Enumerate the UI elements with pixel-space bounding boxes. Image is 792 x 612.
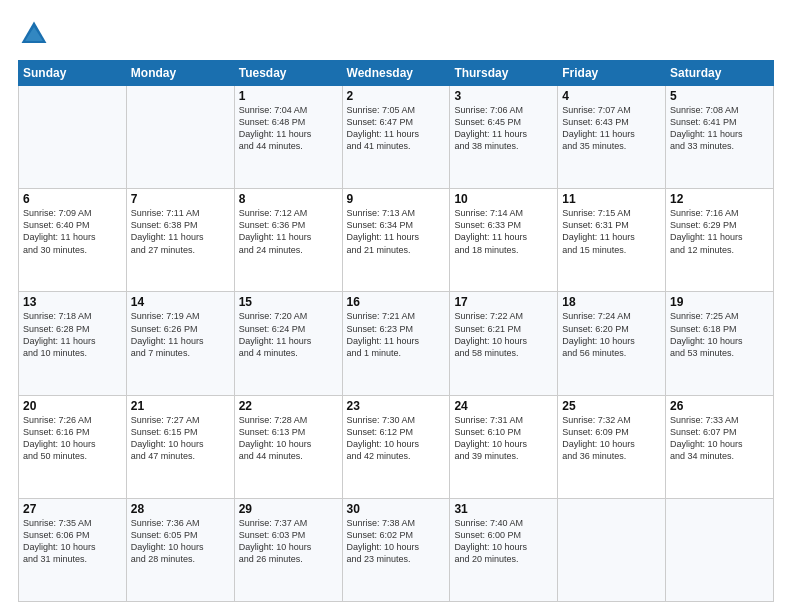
cell-content: Sunrise: 7:28 AM Sunset: 6:13 PM Dayligh… [239,414,338,463]
calendar-cell: 29Sunrise: 7:37 AM Sunset: 6:03 PM Dayli… [234,498,342,601]
cell-content: Sunrise: 7:04 AM Sunset: 6:48 PM Dayligh… [239,104,338,153]
day-number: 29 [239,502,338,516]
cell-content: Sunrise: 7:14 AM Sunset: 6:33 PM Dayligh… [454,207,553,256]
cell-content: Sunrise: 7:06 AM Sunset: 6:45 PM Dayligh… [454,104,553,153]
day-number: 12 [670,192,769,206]
cell-content: Sunrise: 7:33 AM Sunset: 6:07 PM Dayligh… [670,414,769,463]
cell-content: Sunrise: 7:36 AM Sunset: 6:05 PM Dayligh… [131,517,230,566]
calendar-cell: 2Sunrise: 7:05 AM Sunset: 6:47 PM Daylig… [342,86,450,189]
weekday-header-friday: Friday [558,61,666,86]
day-number: 6 [23,192,122,206]
day-number: 18 [562,295,661,309]
cell-content: Sunrise: 7:12 AM Sunset: 6:36 PM Dayligh… [239,207,338,256]
calendar-cell: 3Sunrise: 7:06 AM Sunset: 6:45 PM Daylig… [450,86,558,189]
cell-content: Sunrise: 7:40 AM Sunset: 6:00 PM Dayligh… [454,517,553,566]
cell-content: Sunrise: 7:09 AM Sunset: 6:40 PM Dayligh… [23,207,122,256]
cell-content: Sunrise: 7:21 AM Sunset: 6:23 PM Dayligh… [347,310,446,359]
day-number: 26 [670,399,769,413]
header [18,18,774,50]
weekday-header-thursday: Thursday [450,61,558,86]
cell-content: Sunrise: 7:25 AM Sunset: 6:18 PM Dayligh… [670,310,769,359]
calendar-cell: 28Sunrise: 7:36 AM Sunset: 6:05 PM Dayli… [126,498,234,601]
logo-icon [18,18,50,50]
day-number: 23 [347,399,446,413]
day-number: 11 [562,192,661,206]
calendar-cell: 26Sunrise: 7:33 AM Sunset: 6:07 PM Dayli… [666,395,774,498]
calendar-cell: 18Sunrise: 7:24 AM Sunset: 6:20 PM Dayli… [558,292,666,395]
calendar-cell: 19Sunrise: 7:25 AM Sunset: 6:18 PM Dayli… [666,292,774,395]
page: SundayMondayTuesdayWednesdayThursdayFrid… [0,0,792,612]
calendar-cell: 8Sunrise: 7:12 AM Sunset: 6:36 PM Daylig… [234,189,342,292]
calendar-cell: 10Sunrise: 7:14 AM Sunset: 6:33 PM Dayli… [450,189,558,292]
calendar-cell: 14Sunrise: 7:19 AM Sunset: 6:26 PM Dayli… [126,292,234,395]
week-row-1: 1Sunrise: 7:04 AM Sunset: 6:48 PM Daylig… [19,86,774,189]
day-number: 9 [347,192,446,206]
calendar-cell: 15Sunrise: 7:20 AM Sunset: 6:24 PM Dayli… [234,292,342,395]
day-number: 30 [347,502,446,516]
day-number: 3 [454,89,553,103]
day-number: 25 [562,399,661,413]
cell-content: Sunrise: 7:22 AM Sunset: 6:21 PM Dayligh… [454,310,553,359]
day-number: 15 [239,295,338,309]
cell-content: Sunrise: 7:08 AM Sunset: 6:41 PM Dayligh… [670,104,769,153]
calendar-cell [126,86,234,189]
day-number: 8 [239,192,338,206]
calendar-cell [19,86,127,189]
weekday-header-tuesday: Tuesday [234,61,342,86]
day-number: 10 [454,192,553,206]
weekday-row: SundayMondayTuesdayWednesdayThursdayFrid… [19,61,774,86]
calendar-header: SundayMondayTuesdayWednesdayThursdayFrid… [19,61,774,86]
cell-content: Sunrise: 7:30 AM Sunset: 6:12 PM Dayligh… [347,414,446,463]
cell-content: Sunrise: 7:15 AM Sunset: 6:31 PM Dayligh… [562,207,661,256]
calendar-cell: 27Sunrise: 7:35 AM Sunset: 6:06 PM Dayli… [19,498,127,601]
calendar-cell: 11Sunrise: 7:15 AM Sunset: 6:31 PM Dayli… [558,189,666,292]
day-number: 16 [347,295,446,309]
day-number: 4 [562,89,661,103]
cell-content: Sunrise: 7:37 AM Sunset: 6:03 PM Dayligh… [239,517,338,566]
calendar-cell: 20Sunrise: 7:26 AM Sunset: 6:16 PM Dayli… [19,395,127,498]
day-number: 21 [131,399,230,413]
cell-content: Sunrise: 7:20 AM Sunset: 6:24 PM Dayligh… [239,310,338,359]
calendar-cell: 6Sunrise: 7:09 AM Sunset: 6:40 PM Daylig… [19,189,127,292]
cell-content: Sunrise: 7:24 AM Sunset: 6:20 PM Dayligh… [562,310,661,359]
week-row-3: 13Sunrise: 7:18 AM Sunset: 6:28 PM Dayli… [19,292,774,395]
day-number: 24 [454,399,553,413]
calendar-cell: 25Sunrise: 7:32 AM Sunset: 6:09 PM Dayli… [558,395,666,498]
cell-content: Sunrise: 7:38 AM Sunset: 6:02 PM Dayligh… [347,517,446,566]
cell-content: Sunrise: 7:32 AM Sunset: 6:09 PM Dayligh… [562,414,661,463]
calendar-cell: 7Sunrise: 7:11 AM Sunset: 6:38 PM Daylig… [126,189,234,292]
week-row-4: 20Sunrise: 7:26 AM Sunset: 6:16 PM Dayli… [19,395,774,498]
cell-content: Sunrise: 7:18 AM Sunset: 6:28 PM Dayligh… [23,310,122,359]
cell-content: Sunrise: 7:13 AM Sunset: 6:34 PM Dayligh… [347,207,446,256]
calendar-cell: 5Sunrise: 7:08 AM Sunset: 6:41 PM Daylig… [666,86,774,189]
weekday-header-wednesday: Wednesday [342,61,450,86]
calendar-cell [666,498,774,601]
day-number: 27 [23,502,122,516]
day-number: 31 [454,502,553,516]
cell-content: Sunrise: 7:07 AM Sunset: 6:43 PM Dayligh… [562,104,661,153]
day-number: 5 [670,89,769,103]
day-number: 2 [347,89,446,103]
cell-content: Sunrise: 7:27 AM Sunset: 6:15 PM Dayligh… [131,414,230,463]
cell-content: Sunrise: 7:16 AM Sunset: 6:29 PM Dayligh… [670,207,769,256]
day-number: 17 [454,295,553,309]
cell-content: Sunrise: 7:05 AM Sunset: 6:47 PM Dayligh… [347,104,446,153]
day-number: 28 [131,502,230,516]
day-number: 19 [670,295,769,309]
day-number: 13 [23,295,122,309]
calendar-cell: 22Sunrise: 7:28 AM Sunset: 6:13 PM Dayli… [234,395,342,498]
calendar-cell: 24Sunrise: 7:31 AM Sunset: 6:10 PM Dayli… [450,395,558,498]
calendar-cell: 1Sunrise: 7:04 AM Sunset: 6:48 PM Daylig… [234,86,342,189]
day-number: 22 [239,399,338,413]
cell-content: Sunrise: 7:19 AM Sunset: 6:26 PM Dayligh… [131,310,230,359]
calendar-cell: 9Sunrise: 7:13 AM Sunset: 6:34 PM Daylig… [342,189,450,292]
cell-content: Sunrise: 7:31 AM Sunset: 6:10 PM Dayligh… [454,414,553,463]
logo [18,18,54,50]
day-number: 20 [23,399,122,413]
day-number: 1 [239,89,338,103]
calendar-cell: 4Sunrise: 7:07 AM Sunset: 6:43 PM Daylig… [558,86,666,189]
calendar-cell: 23Sunrise: 7:30 AM Sunset: 6:12 PM Dayli… [342,395,450,498]
weekday-header-sunday: Sunday [19,61,127,86]
calendar-cell [558,498,666,601]
weekday-header-monday: Monday [126,61,234,86]
